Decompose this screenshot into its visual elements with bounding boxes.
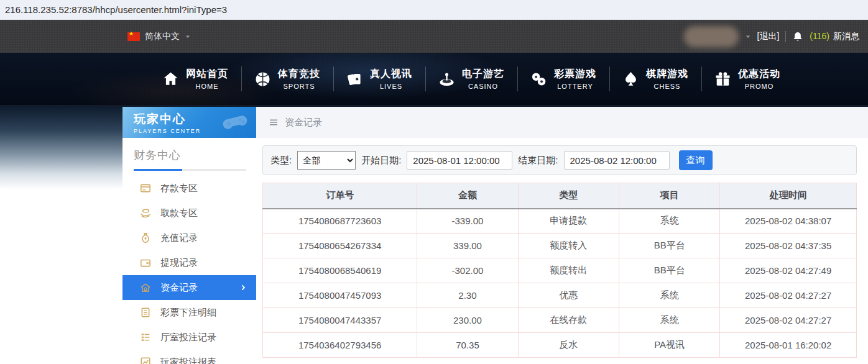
sidebar: 玩家中心 PLAYERS CENTER 财务中心 存款专区 取款专区 — [122, 107, 256, 364]
table-header-cell: 类型 — [518, 183, 619, 209]
sidebar-item[interactable]: 厅室投注记录 — [122, 325, 256, 350]
cards-icon — [346, 71, 363, 88]
nav-item[interactable]: 彩票游戏 LOTTERY — [517, 63, 609, 95]
start-date-label: 开始日期: — [361, 155, 401, 166]
sidebar-section-title: 财务中心 — [134, 148, 246, 163]
cell-type: 优惠 — [518, 283, 619, 308]
cell-amount: 70.35 — [417, 333, 518, 358]
table-row: 1754080654267334 339.00 额度转入 BB平台 2025-0… — [263, 234, 857, 258]
table-header-row: 订单号金额类型项目处理时间 — [263, 183, 857, 209]
sidebar-item-label: 彩票下注明细 — [160, 307, 216, 319]
nav-item[interactable]: 棋牌游戏 CHESS — [609, 63, 701, 95]
sidebar-item[interactable]: 玩家投注报表 — [122, 350, 256, 364]
nav-item[interactable]: 电子游艺 CASINO — [425, 63, 517, 95]
main-content: 资金记录 类型: 全部 开始日期: 结束日期: 查询 订单号金额类型项目处理时 — [256, 107, 868, 364]
cell-project: 系统 — [619, 308, 719, 333]
language-selector[interactable]: ★ 简体中文 — [127, 31, 191, 42]
sidebar-item-label: 厅室投注记录 — [160, 332, 216, 344]
cell-order: 1754080068540619 — [263, 258, 417, 283]
nav-item[interactable]: 网站首页 HOME — [149, 63, 241, 95]
sidebar-item[interactable]: 彩票下注明细 — [122, 300, 256, 325]
cell-project: PA视讯 — [619, 333, 719, 358]
sidebar-item[interactable]: 资金记录 — [122, 275, 256, 300]
nav-item[interactable]: 体育竞技 SPORTS — [241, 63, 333, 95]
filter-panel: 类型: 全部 开始日期: 结束日期: 查询 — [262, 145, 857, 175]
cell-type: 额度转入 — [518, 234, 619, 258]
message-label: 新消息 — [833, 31, 859, 42]
flag-star: ★ — [129, 30, 134, 37]
browser-address-bar[interactable]: 216.118.235.52:8783/hhcp/usercenter.html… — [0, 0, 868, 20]
cell-type: 申请提款 — [518, 209, 619, 234]
home-icon — [162, 71, 179, 88]
chevron-right-icon — [240, 284, 247, 291]
username-blurred[interactable] — [684, 26, 739, 47]
cell-order: 1754080687723603 — [263, 209, 417, 234]
document-icon — [140, 307, 151, 318]
sidebar-header: 玩家中心 PLAYERS CENTER — [122, 107, 256, 138]
cell-amount: 2.30 — [417, 283, 518, 308]
table-row: 1754080047457093 2.30 优惠 系统 2025-08-02 0… — [263, 283, 857, 308]
sidebar-item[interactable]: 充值记录 — [122, 225, 256, 250]
nav-label-zh: 网站首页 — [186, 68, 228, 81]
table-row: 1754036402793456 70.35 反水 PA视讯 2025-08-0… — [263, 333, 857, 358]
wallet-icon — [140, 257, 151, 268]
end-date-label: 结束日期: — [518, 155, 558, 166]
messages-link[interactable]: (116) 新消息 — [810, 31, 859, 42]
withdraw-hand-icon — [140, 207, 151, 219]
account-actions: [退出] (116) 新消息 — [684, 26, 859, 47]
nav-label-zh: 体育竞技 — [278, 68, 320, 81]
sidebar-item[interactable]: 存款专区 — [122, 176, 256, 201]
cell-type: 在线存款 — [518, 308, 619, 333]
nav-label-zh: 棋牌游戏 — [646, 68, 688, 81]
page: 216.118.235.52:8783/hhcp/usercenter.html… — [0, 0, 868, 364]
nav-item[interactable]: 真人视讯 LIVES — [333, 63, 425, 95]
nav-label-en: LIVES — [380, 83, 402, 90]
sidebar-menu: 存款专区 取款专区 充值记录 提现记录 — [122, 176, 256, 364]
cell-project: 系统 — [619, 209, 719, 234]
cell-amount: -339.00 — [417, 209, 518, 234]
end-date-input[interactable] — [564, 151, 670, 170]
section-underline — [134, 169, 246, 171]
cell-type: 额度转出 — [518, 258, 619, 283]
nav-label-en: LOTTERY — [557, 83, 593, 90]
nav-label-en: PROMO — [745, 83, 774, 90]
cell-time: 2025-08-02 04:38:07 — [720, 209, 857, 234]
divider — [785, 31, 786, 42]
sidebar-item[interactable]: 提现记录 — [122, 250, 256, 275]
report-chart-icon — [140, 357, 151, 364]
table-row: 1754080687723603 -339.00 申请提款 系统 2025-08… — [263, 209, 857, 234]
nav-label-en: HOME — [196, 83, 219, 90]
caret-down-icon — [185, 34, 191, 40]
nav-label-zh: 优惠活动 — [738, 68, 780, 81]
sidebar-item[interactable]: 取款专区 — [122, 201, 256, 225]
nav-item[interactable]: 优惠活动 PROMO — [701, 63, 793, 95]
sidebar-item-label: 取款专区 — [160, 207, 198, 219]
bell-icon[interactable] — [792, 31, 803, 42]
nav-label-en: CASINO — [468, 83, 498, 90]
search-button[interactable]: 查询 — [679, 150, 713, 170]
cell-order: 1754036402793456 — [263, 333, 417, 358]
start-date-input[interactable] — [407, 151, 512, 170]
money-bag-icon — [140, 232, 151, 243]
nav-label-zh: 真人视讯 — [370, 68, 412, 81]
lottery-balls-icon — [530, 71, 547, 88]
cell-amount: 339.00 — [417, 234, 518, 258]
type-select[interactable]: 全部 — [297, 151, 356, 170]
cell-order: 1754080654267334 — [263, 234, 417, 258]
breadcrumb: 资金记录 — [285, 117, 322, 129]
fund-records-table: 订单号金额类型项目处理时间 1754080687723603 -339.00 申… — [262, 183, 857, 358]
cell-time: 2025-08-02 04:27:49 — [720, 258, 857, 283]
table-header-cell: 处理时间 — [720, 183, 857, 209]
fund-records: 订单号金额类型项目处理时间 1754080687723603 -339.00 申… — [262, 183, 857, 358]
nav-label-en: SPORTS — [283, 83, 315, 90]
hamburger-icon[interactable] — [269, 117, 279, 127]
cell-time: 2025-08-02 04:37:35 — [720, 234, 857, 258]
logout-link[interactable]: [退出] — [757, 31, 780, 42]
basketball-icon — [254, 71, 271, 88]
cell-order: 1754080047457093 — [263, 283, 417, 308]
message-count: (116) — [810, 31, 829, 42]
table-header-cell: 订单号 — [263, 183, 417, 209]
sidebar-item-label: 资金记录 — [160, 282, 198, 294]
caret-down-icon[interactable] — [745, 34, 751, 40]
list-icon — [140, 332, 151, 343]
